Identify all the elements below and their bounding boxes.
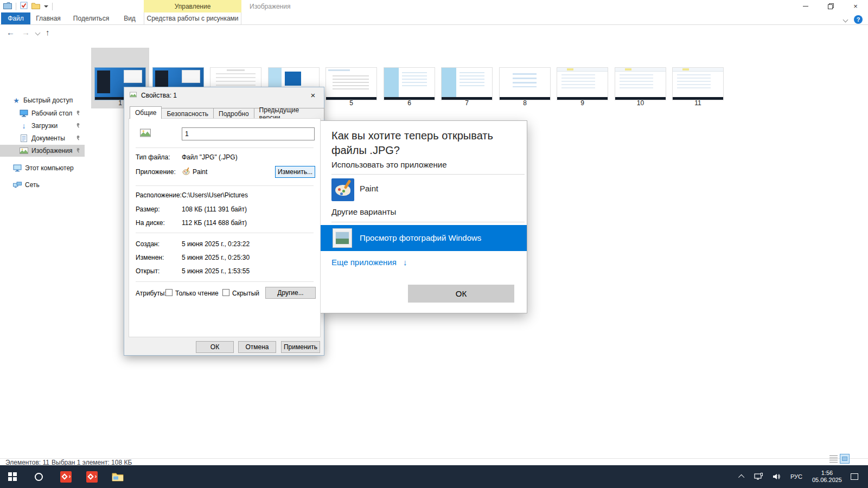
- properties-general-page: Тип файла: Файл "JPG" (.JPG) Приложение:…: [129, 118, 321, 337]
- filename-input[interactable]: [182, 127, 315, 140]
- modified-label: Изменен:: [136, 254, 164, 261]
- properties-shortcut-icon[interactable]: [20, 2, 28, 11]
- volume-tray-icon[interactable]: [773, 473, 781, 480]
- more-apps-label: Еще приложения: [331, 258, 397, 267]
- up-button[interactable]: ↑: [46, 28, 50, 37]
- cancel-button[interactable]: Отмена: [238, 341, 276, 353]
- separator: [331, 174, 525, 175]
- readonly-checkbox[interactable]: [165, 289, 173, 296]
- sidebar-item-label: Быстрый доступ: [23, 97, 73, 104]
- other-attributes-button[interactable]: Другие...: [265, 287, 316, 299]
- thumbnail-image[interactable]: [384, 68, 435, 100]
- file-item-10[interactable]: 10: [611, 48, 669, 108]
- new-folder-shortcut-icon[interactable]: [31, 2, 40, 11]
- file-item-5[interactable]: 5: [322, 48, 380, 108]
- more-apps-link[interactable]: Еще приложения ↓: [331, 258, 407, 267]
- sidebar-item-label: Загрузки: [31, 122, 58, 130]
- expand-ribbon-icon[interactable]: [843, 17, 848, 22]
- clock[interactable]: 1:56 05.06.2025: [812, 470, 842, 484]
- thumbnail-image[interactable]: [557, 68, 608, 100]
- thumb-art: [567, 68, 573, 70]
- change-app-button[interactable]: Изменить...: [275, 166, 315, 178]
- tab-home[interactable]: Главная: [30, 12, 66, 24]
- tab-share[interactable]: Поделиться: [66, 12, 116, 24]
- start-button[interactable]: [7, 471, 18, 483]
- file-item-7[interactable]: 7: [438, 48, 496, 108]
- separator: [136, 185, 314, 186]
- apply-button[interactable]: Применить: [281, 341, 320, 353]
- tray-expand-button[interactable]: [740, 474, 744, 479]
- recent-locations-icon[interactable]: [35, 30, 41, 36]
- sidebar-item-quick-access[interactable]: ★ Быстрый доступ: [0, 94, 85, 106]
- hidden-checkbox[interactable]: [222, 289, 229, 296]
- sidebar-item-downloads[interactable]: ↓ Загрузки: [0, 120, 85, 132]
- sidebar-item-network[interactable]: Сеть: [0, 179, 85, 191]
- properties-close-button[interactable]: ×: [304, 89, 322, 101]
- minimize-button[interactable]: [793, 0, 818, 12]
- file-name: 10: [611, 99, 669, 107]
- photo-viewer-name: Просмотр фотографий Windows: [360, 233, 481, 242]
- file-item-11[interactable]: 11: [669, 48, 727, 108]
- details-view-icon[interactable]: [829, 455, 838, 463]
- tab-previous-versions[interactable]: Предыдущие версии: [254, 108, 324, 119]
- sidebar-item-pictures[interactable]: Изображения: [0, 145, 85, 157]
- sidebar-item-this-pc[interactable]: Этот компьютер: [0, 162, 85, 174]
- sidebar-item-desktop[interactable]: Рабочий стол: [0, 107, 85, 119]
- forward-button[interactable]: →: [22, 28, 30, 37]
- file-explorer-taskbar-button[interactable]: [112, 471, 124, 483]
- thumbnail-image[interactable]: [442, 68, 492, 100]
- tab-view[interactable]: Вид: [116, 12, 143, 24]
- quick-access-toolbar: [3, 2, 53, 11]
- sidebar-item-label: Этот компьютер: [25, 164, 74, 172]
- ok-button[interactable]: ОК: [196, 341, 234, 353]
- tab-picture-tools[interactable]: Средства работы с рисунками: [144, 12, 241, 24]
- thumbnail-image[interactable]: [673, 68, 723, 100]
- other-options-header: Другие варианты: [331, 207, 396, 216]
- opened-label: Открыт:: [136, 267, 159, 275]
- file-item-9[interactable]: 9: [553, 48, 611, 108]
- tab-details[interactable]: Подробно: [213, 108, 254, 119]
- close-button[interactable]: ×: [843, 0, 868, 12]
- tab-general[interactable]: Общие: [130, 106, 162, 119]
- photo-shape: [335, 232, 349, 245]
- diamond-shape: [87, 473, 93, 479]
- window-title: Изображения: [250, 3, 290, 10]
- red-app-button-2[interactable]: ›: [86, 471, 98, 483]
- back-button[interactable]: ←: [7, 28, 15, 37]
- file-type-label: Тип файла:: [136, 153, 170, 161]
- chevron-up-icon: [738, 474, 744, 480]
- network-tray-icon[interactable]: [754, 473, 763, 480]
- thumbnail-image[interactable]: [615, 68, 666, 100]
- sidebar-item-label: Сеть: [25, 181, 40, 189]
- computer-icon: [13, 164, 22, 172]
- thumbnail-image[interactable]: [326, 68, 376, 100]
- modified-value: 5 июня 2025 г., 0:25:30: [182, 254, 250, 261]
- thumbnails-view-icon[interactable]: [840, 454, 850, 464]
- qat-customize-arrow-icon[interactable]: [44, 5, 48, 8]
- thumbnail-image[interactable]: [500, 68, 550, 100]
- language-indicator[interactable]: РУС: [790, 473, 802, 480]
- help-icon[interactable]: ?: [854, 15, 863, 24]
- opened-value: 5 июня 2025 г., 1:53:55: [182, 267, 250, 275]
- photo-viewer-option-selected[interactable]: Просмотр фотографий Windows: [321, 225, 527, 251]
- tab-security[interactable]: Безопасность: [161, 108, 214, 119]
- open-with-dialog: Как вы хотите теперь открывать файлы .JP…: [320, 120, 527, 313]
- search-taskbar-button[interactable]: [33, 471, 44, 483]
- open-with-ok-button[interactable]: ОК: [408, 285, 514, 303]
- created-label: Создан:: [136, 240, 159, 248]
- thumb-art: [402, 72, 427, 86]
- file-item-6[interactable]: 6: [380, 48, 438, 108]
- separator: [136, 147, 314, 148]
- current-app-row[interactable]: Paint: [321, 177, 527, 205]
- network-icon: [13, 181, 22, 189]
- red-app-button-1[interactable]: ›: [60, 471, 72, 483]
- separator: [136, 233, 314, 233]
- action-center-button[interactable]: [851, 473, 858, 480]
- properties-dialog: Свойства: 1 × Общие Безопасность Подробн…: [124, 87, 324, 356]
- thumb-art: [620, 74, 653, 89]
- sidebar-item-documents[interactable]: Документы: [0, 132, 85, 144]
- palette-dots: [338, 188, 341, 191]
- maximize-button[interactable]: [818, 0, 843, 12]
- tab-file[interactable]: Файл: [1, 12, 30, 24]
- file-item-8[interactable]: 8: [496, 48, 554, 108]
